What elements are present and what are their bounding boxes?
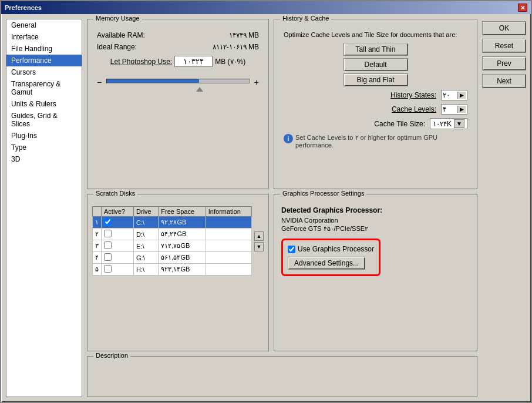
let-use-row: Let Photoshop Use: MB (۷۰%) — [97, 56, 259, 67]
slider-track — [106, 79, 250, 83]
tall-thin-button[interactable]: Tall and Thin — [344, 43, 408, 56]
sidebar-item-general[interactable]: General — [6, 19, 82, 31]
let-use-input[interactable] — [174, 56, 213, 67]
active-checkbox[interactable] — [104, 241, 112, 249]
col-drive: Drive — [134, 207, 159, 217]
scroll-up-button[interactable]: ▲ — [254, 231, 264, 241]
content-area: General Interface File Handling Performa… — [1, 14, 531, 402]
info-icon: i — [284, 134, 293, 143]
row-num: ۵ — [93, 264, 102, 276]
description-panel: Description — [87, 356, 477, 397]
close-button[interactable]: ✕ — [518, 4, 527, 12]
advanced-settings-button[interactable]: Advanced Settings... — [288, 257, 365, 270]
active-checkbox[interactable] — [104, 230, 112, 237]
preferences-window: Preferences ✕ General Interface File Han… — [0, 0, 532, 403]
memory-panel-title: Memory Usage — [93, 15, 142, 22]
title-bar: Preferences ✕ — [1, 1, 531, 14]
row-free-space: ۹۲۳,۱۴GB — [159, 264, 206, 276]
gpu-panel: Graphics Processor Settings Detected Gra… — [274, 194, 477, 351]
slider-thumb — [196, 87, 203, 92]
sidebar-item-guides-grid[interactable]: Guides, Grid & Slices — [6, 110, 82, 130]
main-area: Memory Usage Available RAM: ۱۴۷۴۹ MB Ide… — [87, 19, 477, 397]
history-states-value: ۲۰ — [443, 91, 450, 99]
row-num: ۱ — [93, 217, 102, 229]
gpu-panel-title: Graphics Processor Settings — [280, 190, 366, 197]
default-button[interactable]: Default — [344, 58, 408, 71]
row-info — [206, 240, 251, 252]
description-panel-title: Description — [93, 352, 130, 359]
table-row[interactable]: ۵ H:\ ۹۲۳,۱۴GB — [93, 264, 252, 276]
history-states-arrow: ▶ — [457, 92, 466, 99]
prev-button[interactable]: Prev — [482, 56, 526, 70]
memory-slider[interactable] — [106, 76, 250, 88]
sidebar-item-plug-ins[interactable]: Plug-Ins — [6, 130, 82, 142]
use-gpu-checkbox[interactable] — [288, 246, 295, 253]
row-drive: C:\ — [134, 217, 159, 229]
scratch-panel: Scratch Disks Active? Drive Free Space — [87, 194, 269, 351]
cache-tile-row: Cache Tile Size: ۱۰۲۴K ▼ — [284, 118, 467, 129]
reset-button[interactable]: Reset — [482, 39, 526, 53]
table-row[interactable]: ۴ G:\ ۵۶۱,۵۴GB — [93, 252, 252, 264]
history-states-select[interactable]: ۲۰ ▶ — [441, 90, 467, 100]
row-free-space: ۵۴,۲۴GB — [159, 229, 206, 240]
table-row[interactable]: ۳ E:\ ۷۱۲,۷۵GB — [93, 240, 252, 252]
row-info — [206, 229, 251, 240]
row-num: ۳ — [93, 240, 102, 252]
row-free-space: ۷۱۲,۷۵GB — [159, 240, 206, 252]
sidebar-item-performance[interactable]: Performance — [6, 55, 82, 66]
ideal-range-value: ۸۱۱۲-۱۰۶۱۹ MB — [213, 43, 259, 51]
row-info — [206, 252, 251, 264]
sidebar-item-file-handling[interactable]: File Handling — [6, 43, 82, 55]
table-row[interactable]: ۱ C:\ ۹۲,۲۸GB — [93, 217, 252, 229]
scratch-table-container: Active? Drive Free Space Information ۱ — [92, 206, 252, 277]
bottom-row: Scratch Disks Active? Drive Free Space — [87, 194, 477, 351]
window-title: Preferences — [5, 4, 42, 11]
row-drive: D:\ — [134, 229, 159, 240]
row-active[interactable] — [102, 264, 134, 276]
col-num — [93, 207, 102, 217]
cache-levels-value: ۴ — [443, 105, 446, 113]
slider-minus: − — [97, 78, 102, 87]
active-checkbox[interactable] — [104, 265, 112, 273]
row-active[interactable] — [102, 240, 134, 252]
ok-button[interactable]: OK — [482, 21, 526, 35]
let-use-label: Let Photoshop Use: — [110, 58, 172, 66]
cache-levels-row: Cache Levels: ۴ ▶ — [284, 104, 467, 115]
scroll-down-button[interactable]: ▼ — [254, 242, 264, 251]
ideal-range-label: Ideal Range: — [97, 43, 137, 51]
slider-plus: + — [254, 78, 259, 87]
sidebar-item-3d[interactable]: 3D — [6, 153, 82, 165]
active-checkbox[interactable] — [104, 253, 112, 261]
memory-panel: Memory Usage Available RAM: ۱۴۷۴۹ MB Ide… — [87, 19, 269, 189]
row-active[interactable] — [102, 217, 134, 229]
right-buttons: OK Reset Prev Next — [482, 19, 526, 397]
active-checkbox[interactable] — [104, 218, 112, 226]
row-info — [206, 217, 251, 229]
next-button[interactable]: Next — [482, 74, 526, 88]
gpu-note-text: Set Cache Levels to ۲ or higher for opti… — [295, 134, 467, 149]
history-description: Optimize Cache Levels and Tile Size for … — [284, 31, 467, 38]
sidebar-item-transparency-gamut[interactable]: Transparency & Gamut — [6, 78, 82, 98]
available-ram-label: Available RAM: — [97, 31, 145, 39]
memory-slider-row: − + — [97, 76, 259, 88]
gpu-note-row: i Set Cache Levels to ۲ or higher for op… — [284, 134, 467, 149]
sidebar-item-interface[interactable]: Interface — [6, 31, 82, 43]
sidebar-item-type[interactable]: Type — [6, 142, 82, 153]
cache-tile-dropdown[interactable]: ▼ — [454, 119, 464, 128]
cache-levels-select[interactable]: ۴ ▶ — [441, 104, 467, 115]
row-free-space: ۵۶۱,۵۴GB — [159, 252, 206, 264]
row-active[interactable] — [102, 252, 134, 264]
table-row[interactable]: ۲ D:\ ۵۴,۲۴GB — [93, 229, 252, 240]
sidebar-item-units-rulers[interactable]: Units & Rulers — [6, 98, 82, 110]
col-info: Information — [206, 207, 251, 217]
use-gpu-label: Use Graphics Processor — [298, 245, 374, 253]
sidebar-item-cursors[interactable]: Cursors — [6, 66, 82, 78]
use-gpu-row: Use Graphics Processor — [288, 245, 374, 253]
scratch-panel-title: Scratch Disks — [93, 190, 137, 197]
gpu-name: NVIDIA Corporation — [281, 217, 470, 224]
big-flat-button[interactable]: Big and Flat — [344, 73, 408, 86]
ideal-range-row: Ideal Range: ۸۱۱۲-۱۰۶۱۹ MB — [97, 43, 259, 51]
cache-levels-arrow: ▶ — [457, 106, 466, 113]
row-active[interactable] — [102, 229, 134, 240]
cache-tile-select[interactable]: ۱۰۲۴K ▼ — [430, 118, 467, 129]
